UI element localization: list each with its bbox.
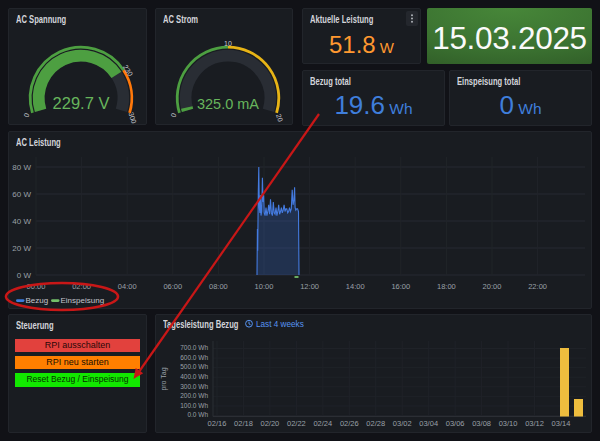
- svg-text:0 W: 0 W: [17, 271, 32, 280]
- svg-text:300: 300: [128, 111, 138, 124]
- svg-text:40 W: 40 W: [12, 217, 31, 226]
- svg-text:100.0 Wh: 100.0 Wh: [180, 402, 208, 409]
- svg-text:08:00: 08:00: [209, 282, 228, 291]
- svg-text:03/04: 03/04: [419, 419, 438, 428]
- svg-text:02/26: 02/26: [340, 419, 359, 428]
- svg-text:pro Tag: pro Tag: [160, 367, 168, 390]
- svg-text:03/02: 03/02: [393, 419, 412, 428]
- svg-text:0.0 Wh: 0.0 Wh: [187, 411, 208, 418]
- svg-text:325.0 mA: 325.0 mA: [197, 96, 259, 112]
- svg-text:400.0 Wh: 400.0 Wh: [180, 373, 208, 380]
- svg-text:60 W: 60 W: [12, 190, 31, 199]
- svg-text:16:00: 16:00: [391, 282, 410, 291]
- svg-text:12:00: 12:00: [300, 282, 319, 291]
- svg-text:700.0 Wh: 700.0 Wh: [180, 344, 208, 351]
- svg-text:0: 0: [23, 112, 31, 118]
- svg-text:04:00: 04:00: [118, 282, 137, 291]
- svg-text:300.0 Wh: 300.0 Wh: [180, 383, 208, 390]
- svg-text:Bezug: Bezug: [26, 296, 49, 305]
- svg-text:03/06: 03/06: [446, 419, 465, 428]
- svg-text:02:00: 02:00: [72, 282, 91, 291]
- svg-text:03/14: 03/14: [552, 419, 571, 428]
- svg-text:02/28: 02/28: [366, 419, 385, 428]
- svg-text:600.0 Wh: 600.0 Wh: [180, 354, 208, 361]
- svg-text:10:00: 10:00: [255, 282, 274, 291]
- svg-text:10: 10: [224, 40, 232, 47]
- svg-text:02/22: 02/22: [287, 419, 306, 428]
- svg-text:03/12: 03/12: [525, 419, 544, 428]
- svg-text:02/20: 02/20: [261, 419, 280, 428]
- svg-text:02/24: 02/24: [313, 419, 332, 428]
- svg-text:500.0 Wh: 500.0 Wh: [180, 363, 208, 370]
- svg-text:Einspeisung: Einspeisung: [61, 296, 105, 305]
- svg-text:80 W: 80 W: [12, 163, 31, 172]
- svg-text:18:00: 18:00: [437, 282, 456, 291]
- svg-text:Last 4 weeks: Last 4 weeks: [256, 320, 304, 329]
- svg-text:02/16: 02/16: [208, 419, 227, 428]
- svg-text:0: 0: [170, 112, 178, 118]
- svg-text:06:00: 06:00: [163, 282, 182, 291]
- svg-text:20:00: 20:00: [483, 282, 502, 291]
- svg-text:14:00: 14:00: [346, 282, 365, 291]
- svg-text:22:00: 22:00: [528, 282, 547, 291]
- svg-text:229.7 V: 229.7 V: [53, 94, 110, 112]
- svg-text:20 W: 20 W: [12, 244, 31, 253]
- svg-text:03/08: 03/08: [472, 419, 491, 428]
- svg-text:20: 20: [275, 113, 284, 123]
- svg-text:200.0 Wh: 200.0 Wh: [180, 392, 208, 399]
- svg-text:02/18: 02/18: [234, 419, 253, 428]
- svg-text:03/10: 03/10: [499, 419, 518, 428]
- svg-text:00:00: 00:00: [27, 282, 46, 291]
